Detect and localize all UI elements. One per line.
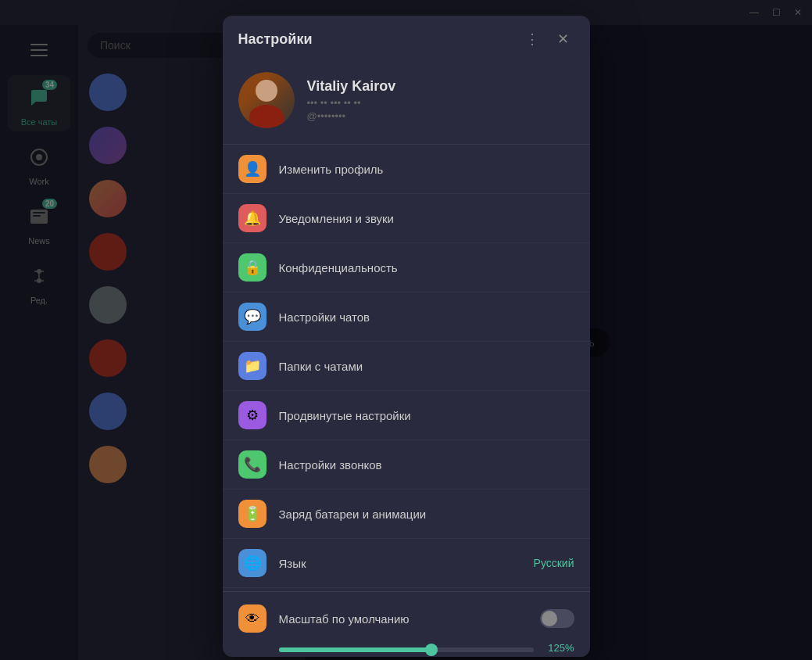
toggle-thumb [542,611,557,626]
scale-slider[interactable] [279,647,534,652]
profile-info: Vitaliy Kairov ••• •• ••• •• •• @•••••••… [307,78,574,122]
scale-icon: 👁 [238,604,266,633]
slider-thumb [425,644,438,656]
avatar-body [249,105,284,128]
modal-title: Настройки [238,31,313,48]
app-body: 34 Все чаты Work 20 [0,25,812,660]
settings-item-notifications[interactable]: 🔔 Уведомления и звуки [223,194,590,243]
modal-header-actions: ⋮ ✕ [521,28,574,50]
language-value: Русский [534,557,574,569]
battery-label: Заряд батареи и анимации [279,508,574,521]
language-icon: 🌐 [238,549,266,577]
privacy-icon: 🔒 [238,253,266,282]
settings-divider [223,591,590,592]
scale-section: 👁 Масштаб по умолчанию 1 [223,595,590,657]
settings-item-edit-profile[interactable]: 👤 Изменить профиль [223,145,590,194]
advanced-label: Продвинутые настройки [279,409,574,422]
chat-settings-label: Настройки чатов [279,310,574,324]
scale-item: 👁 Масштаб по умолчанию [238,604,574,633]
more-options-button[interactable]: ⋮ [521,28,543,50]
notifications-icon: 🔔 [238,204,266,232]
toggle-track [540,609,574,628]
settings-modal: Настройки ⋮ ✕ Vitaliy Kairov ••• •• ••• … [223,16,590,657]
settings-list: 👤 Изменить профиль 🔔 Уведомления и звуки… [223,145,590,657]
avatar-head [256,80,277,102]
profile-avatar [238,72,295,128]
settings-item-battery[interactable]: 🔋 Заряд батареи и анимации [223,490,590,539]
folders-label: Папки с чатами [279,360,574,373]
slider-fill [279,647,432,652]
settings-item-privacy[interactable]: 🔒 Конфиденциальность [223,243,590,292]
calls-label: Настройки звонков [279,458,574,472]
profile-name: Vitaliy Kairov [307,78,574,95]
notifications-label: Уведомления и звуки [279,212,574,225]
settings-modal-overlay: Настройки ⋮ ✕ Vitaliy Kairov ••• •• ••• … [0,0,812,660]
settings-item-language[interactable]: 🌐 Язык Русский [223,539,590,588]
profile-section: Vitaliy Kairov ••• •• ••• •• •• @•••••••… [223,63,590,145]
scale-label: Масштаб по умолчанию [279,612,528,626]
advanced-icon: ⚙ [238,401,266,429]
privacy-label: Конфиденциальность [279,261,574,274]
close-modal-button[interactable]: ✕ [553,28,574,50]
calls-icon: 📞 [238,450,266,479]
edit-profile-icon: 👤 [238,155,266,183]
slider-row: 125% [238,642,574,654]
folders-icon: 📁 [238,352,266,380]
settings-item-chat-settings[interactable]: 💬 Настройки чатов [223,292,590,342]
settings-item-advanced[interactable]: ⚙ Продвинутые настройки [223,391,590,440]
chat-settings-icon: 💬 [238,303,266,331]
battery-icon: 🔋 [238,500,266,528]
avatar-image [238,72,295,128]
profile-username: @•••••••• [307,110,574,122]
profile-phone: ••• •• ••• •• •• [307,97,574,109]
language-label: Язык [279,557,521,570]
scale-value: 125% [543,642,574,654]
settings-item-calls[interactable]: 📞 Настройки звонков [223,440,590,490]
scale-toggle[interactable] [540,609,574,628]
modal-header: Настройки ⋮ ✕ [223,16,590,63]
settings-item-folders[interactable]: 📁 Папки с чатами [223,342,590,391]
edit-profile-label: Изменить профиль [279,163,574,176]
